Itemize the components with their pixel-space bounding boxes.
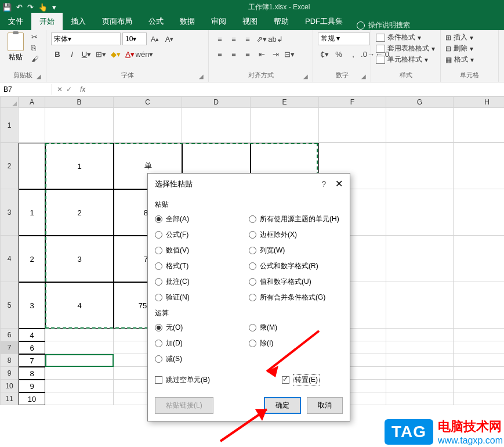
launcher-icon[interactable]: ◢ xyxy=(199,73,204,80)
tab-home[interactable]: 开始 xyxy=(31,13,63,30)
cell[interactable]: 7 xyxy=(19,354,45,367)
radio-option[interactable]: 减(S) xyxy=(155,354,249,364)
cell[interactable] xyxy=(114,108,182,143)
select-all-corner[interactable] xyxy=(0,96,19,108)
percent-icon[interactable]: % xyxy=(332,48,345,60)
merge-center-icon[interactable]: ⊟▾ xyxy=(283,48,296,60)
cell[interactable]: 3 xyxy=(19,282,45,329)
column-header[interactable]: E xyxy=(251,96,319,108)
tab-insert[interactable]: 插入 xyxy=(63,13,94,30)
skip-blanks-checkbox[interactable]: 跳过空单元(B) xyxy=(155,374,210,385)
row-header[interactable]: 5 xyxy=(0,282,19,329)
align-right-icon[interactable]: ≡ xyxy=(241,48,254,60)
cell[interactable]: 2 xyxy=(45,189,114,236)
cell[interactable] xyxy=(454,354,504,367)
cell[interactable] xyxy=(45,367,114,380)
radio-option[interactable]: 加(D) xyxy=(155,338,249,348)
help-icon[interactable]: ? xyxy=(322,179,327,189)
cancel-formula-icon[interactable]: ✕ xyxy=(57,85,63,93)
font-name-select[interactable]: 宋体 ▾ xyxy=(51,33,121,45)
launcher-icon[interactable]: ◢ xyxy=(361,73,366,80)
qat-more-icon[interactable]: ▾ xyxy=(52,3,56,12)
row-header[interactable]: 7 xyxy=(0,341,19,354)
cell[interactable]: 1 xyxy=(45,143,114,189)
row-header[interactable]: 4 xyxy=(0,236,19,282)
wrap-text-icon[interactable]: ab↲ xyxy=(269,33,282,45)
align-left-icon[interactable]: ≡ xyxy=(213,48,226,60)
bold-button[interactable]: B xyxy=(51,48,64,60)
tab-review[interactable]: 审阅 xyxy=(203,13,234,30)
tab-formulas[interactable]: 公式 xyxy=(140,13,172,30)
cell[interactable] xyxy=(454,189,504,236)
cell[interactable] xyxy=(19,108,45,143)
cell[interactable] xyxy=(45,354,114,367)
row-header[interactable]: 2 xyxy=(0,143,19,189)
radio-option[interactable]: 批注(C) xyxy=(155,277,249,287)
cell[interactable] xyxy=(386,108,454,143)
fill-color-button[interactable]: ◆▾ xyxy=(109,48,122,60)
cut-icon[interactable]: ✂ xyxy=(31,33,39,41)
copy-icon[interactable]: ⎘ xyxy=(31,44,39,52)
cell[interactable] xyxy=(386,189,454,236)
border-button[interactable]: ⊞▾ xyxy=(95,48,107,60)
cell[interactable]: 1 xyxy=(19,189,45,236)
cell[interactable] xyxy=(182,108,251,143)
format-as-table-button[interactable]: 套用表格格式 ▾ xyxy=(376,44,435,53)
cell[interactable] xyxy=(386,354,454,367)
align-top-icon[interactable]: ≡ xyxy=(213,33,226,45)
align-middle-icon[interactable]: ≡ xyxy=(227,33,240,45)
tab-page-layout[interactable]: 页面布局 xyxy=(94,13,140,30)
column-header[interactable]: D xyxy=(182,96,251,108)
cell[interactable] xyxy=(45,108,114,143)
cell[interactable] xyxy=(386,329,454,341)
cell[interactable] xyxy=(454,236,504,282)
cell[interactable] xyxy=(45,329,114,341)
column-header[interactable]: G xyxy=(386,96,454,108)
row-header[interactable]: 1 xyxy=(0,108,19,143)
cell[interactable]: 4 xyxy=(45,282,114,329)
cell[interactable]: 10 xyxy=(19,392,45,405)
cell[interactable] xyxy=(386,236,454,282)
cell[interactable] xyxy=(386,392,454,405)
cell[interactable] xyxy=(454,329,504,341)
cell[interactable] xyxy=(319,108,386,143)
tab-view[interactable]: 视图 xyxy=(234,13,266,30)
decrease-font-icon[interactable]: A▾ xyxy=(163,33,176,45)
row-header[interactable]: 10 xyxy=(0,380,19,392)
radio-option[interactable]: 验证(N) xyxy=(155,293,249,302)
radio-option[interactable]: 格式(T) xyxy=(155,261,249,271)
enter-formula-icon[interactable]: ✓ xyxy=(66,85,72,93)
tell-me[interactable]: 操作说明搜索 xyxy=(357,20,410,30)
column-header[interactable]: A xyxy=(19,96,45,108)
cell[interactable] xyxy=(386,341,454,354)
touch-icon[interactable]: 👆 xyxy=(38,3,48,12)
insert-cells-button[interactable]: ⊞ 插入 ▾ xyxy=(445,33,474,42)
orientation-icon[interactable]: ⇗▾ xyxy=(255,33,268,45)
radio-option[interactable]: 全部(A) xyxy=(155,214,249,224)
save-icon[interactable]: 💾 xyxy=(2,3,12,12)
cell[interactable] xyxy=(386,282,454,329)
tab-data[interactable]: 数据 xyxy=(172,13,203,30)
cell[interactable]: 4 xyxy=(19,329,45,341)
launcher-icon[interactable]: ◢ xyxy=(303,73,308,80)
radio-option[interactable]: 公式和数字格式(R) xyxy=(249,261,343,271)
cell[interactable] xyxy=(386,143,454,189)
transpose-checkbox[interactable]: 转置(E) xyxy=(282,374,320,385)
tab-help[interactable]: 帮助 xyxy=(266,13,297,30)
column-header[interactable]: F xyxy=(319,96,386,108)
ok-button[interactable]: 确定 xyxy=(264,397,301,414)
tab-pdf[interactable]: PDF工具集 xyxy=(297,13,351,30)
font-color-button[interactable]: A▾ xyxy=(124,48,136,60)
cell[interactable] xyxy=(386,380,454,392)
cell[interactable] xyxy=(454,282,504,329)
row-header[interactable]: 6 xyxy=(0,329,19,341)
cell[interactable]: 6 xyxy=(19,341,45,354)
increase-font-icon[interactable]: A▴ xyxy=(148,33,161,45)
format-painter-icon[interactable]: 🖌 xyxy=(31,55,39,63)
row-header[interactable]: 8 xyxy=(0,354,19,367)
radio-option[interactable]: 边框除外(X) xyxy=(249,230,343,240)
radio-option[interactable]: 乘(M) xyxy=(249,323,343,333)
radio-option[interactable]: 所有合并条件格式(G) xyxy=(249,293,343,302)
italic-button[interactable]: I xyxy=(66,48,78,60)
paste-link-button[interactable]: 粘贴链接(L) xyxy=(155,397,213,414)
